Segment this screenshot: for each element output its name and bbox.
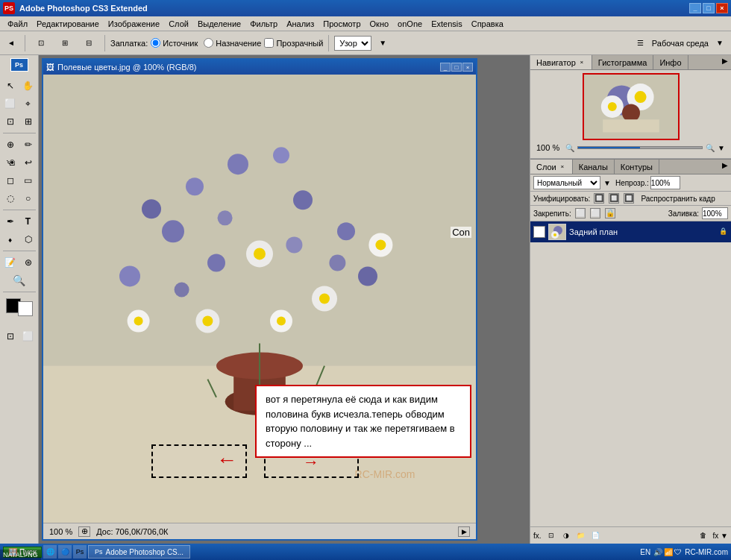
scroll-right-btn[interactable]: ▶ (458, 526, 470, 537)
blend-dropdown-arrow[interactable]: ▼ (603, 179, 611, 187)
photoshop-taskbar-item[interactable]: Ps Adobe Photoshop CS... (88, 545, 190, 559)
menu-filter[interactable]: Фильтр (245, 18, 282, 30)
workspace-icon[interactable]: ☰ (633, 35, 649, 51)
menu-onone[interactable]: onOne (393, 18, 427, 30)
doc-maximize-btn[interactable]: □ (451, 63, 462, 72)
tool-group-2: ⬜ ⌖ (2, 95, 37, 112)
eyedropper-tool[interactable]: ⊛ (20, 254, 37, 271)
fullscreen-btn[interactable]: ⬜ (20, 328, 37, 345)
zoom-tool[interactable]: 🔍 (11, 272, 28, 289)
zoom-in-btn[interactable]: 🔍 (706, 144, 715, 152)
unify-btn-3[interactable]: 🔲 (624, 193, 634, 204)
marquee-tool[interactable]: ⬜ (2, 95, 19, 112)
delete-layer-btn[interactable]: 🗑 (697, 529, 710, 542)
user-label: NATALI-NG (0, 550, 41, 560)
layer-visibility-btn[interactable]: 👁 (533, 226, 545, 238)
lock-btn-2[interactable]: ⬜ (590, 208, 600, 218)
speaker-icon[interactable]: 🔊 (653, 548, 662, 556)
menu-file[interactable]: Файл (3, 18, 32, 30)
healing-tool[interactable]: ⊕ (2, 136, 19, 153)
menu-help[interactable]: Справка (467, 18, 508, 30)
lock-btn-3[interactable]: 🔒 (605, 208, 615, 218)
menu-select[interactable]: Выделение (193, 18, 245, 30)
menu-window[interactable]: Окно (366, 18, 394, 30)
menu-analysis[interactable]: Анализ (282, 18, 319, 30)
add-layer-mask-btn[interactable]: ⊡ (545, 529, 558, 542)
type-tool[interactable]: T (20, 213, 37, 230)
path-tool[interactable]: ⬧ (2, 231, 19, 248)
menu-image[interactable]: Изображение (104, 18, 164, 30)
tool-options-btn[interactable]: ◄ (3, 35, 19, 51)
notes-tool[interactable]: 📝 (2, 254, 19, 271)
dodge-tool[interactable]: ○ (20, 190, 37, 207)
left-toolbar: Ps ↖ ✋ ⬜ ⌖ ⊡ ⊞ ⊕ ✏ 🖲 ↩ ◻ ▭ ◌ ○ (0, 55, 39, 544)
channels-tab[interactable]: Каналы (573, 160, 615, 174)
shape-tool[interactable]: ⬡ (20, 231, 37, 248)
menu-view[interactable]: Просмотр (319, 18, 365, 30)
move-tool[interactable]: ↖ (2, 78, 19, 94)
tool-group-7: ◌ ○ (2, 190, 37, 207)
background-layer-item[interactable]: 👁 Задний план 🔒 (530, 221, 731, 242)
pen-tool[interactable]: ✒ (2, 213, 19, 230)
brush-btn2[interactable]: ⊞ (54, 35, 75, 51)
new-layer-btn[interactable]: 📄 (589, 529, 603, 542)
menu-edit[interactable]: Редактирование (32, 18, 104, 30)
dest-radio[interactable]: Назначение (204, 38, 261, 48)
crop-tool[interactable]: ⊡ (2, 113, 19, 130)
nav-panel-arrow[interactable]: ▼ (718, 144, 725, 152)
brush-tool[interactable]: ✏ (20, 136, 37, 153)
unify-btn-1[interactable]: 🔲 (594, 193, 604, 204)
svg-point-8 (228, 154, 248, 174)
pattern-options-btn[interactable]: ▼ (374, 35, 391, 51)
history-tool[interactable]: ↩ (20, 154, 37, 171)
slice-tool[interactable]: ⊞ (20, 113, 37, 130)
navigator-tab[interactable]: Навигатор × (530, 55, 592, 69)
layers-tab[interactable]: Слои × (530, 160, 573, 174)
source-radio[interactable]: Источник (151, 38, 198, 48)
minimize-button[interactable]: _ (689, 3, 701, 13)
stamp-tool[interactable]: 🖲 (2, 154, 19, 171)
contours-tab[interactable]: Контуры (615, 160, 659, 174)
hand-tool[interactable]: ✋ (20, 78, 37, 94)
fill-input[interactable] (702, 207, 728, 219)
nav-panel-options[interactable]: ▶ (719, 55, 731, 69)
menu-layer[interactable]: Слой (164, 18, 193, 30)
doc-minimize-btn[interactable]: _ (440, 63, 451, 72)
menu-extensis[interactable]: Extensis (427, 18, 467, 30)
ps-taskbar-icon[interactable]: Ps (73, 545, 87, 559)
ie-icon[interactable]: 🌐 (43, 545, 57, 559)
brush-btn3[interactable]: ⊟ (78, 35, 99, 51)
unify-btn-2[interactable]: 🔲 (609, 193, 619, 204)
maximize-button[interactable]: □ (703, 3, 715, 13)
zoom-display: 100 % (49, 527, 72, 536)
nav-tab-close[interactable]: × (578, 59, 586, 66)
doc-close-btn[interactable]: × (462, 63, 473, 72)
zoom-slider[interactable] (577, 146, 703, 149)
network-icon[interactable]: 📶 (664, 548, 673, 556)
histogram-tab[interactable]: Гистограмма (592, 55, 654, 69)
gradient-tool[interactable]: ▭ (20, 172, 37, 189)
close-button[interactable]: × (716, 3, 728, 13)
background-swatch[interactable] (18, 301, 33, 316)
layers-panel-options[interactable]: ▶ (719, 160, 731, 174)
antivirus-icon[interactable]: 🛡 (674, 548, 682, 556)
workspace-arrow[interactable]: ▼ (712, 35, 728, 51)
info-tab[interactable]: Инфо (653, 55, 688, 69)
layers-tab-close[interactable]: × (559, 163, 566, 171)
pattern-dropdown[interactable]: Узор (334, 36, 371, 51)
lasso-tool[interactable]: ⌖ (20, 95, 37, 112)
transparent-check[interactable]: Прозрачный (264, 38, 323, 48)
eraser-tool[interactable]: ◻ (2, 172, 19, 189)
brush-btn[interactable]: ⊡ (31, 35, 51, 51)
browser-icon[interactable]: 🔵 (58, 545, 72, 559)
screen-mode-btn[interactable]: ⊡ (2, 328, 19, 345)
lock-btn-1[interactable]: ⬜ (575, 208, 586, 218)
taskbar-quick-launch: 🌐 🔵 Ps (43, 545, 87, 559)
blur-tool[interactable]: ◌ (2, 190, 19, 207)
opacity-input[interactable] (650, 176, 680, 189)
blend-mode-dropdown[interactable]: Нормальный (533, 176, 600, 189)
zoom-out-btn[interactable]: 🔍 (565, 144, 574, 152)
zoom-options-btn[interactable]: ⊕ (78, 526, 90, 537)
new-adjustment-btn[interactable]: ◑ (559, 529, 573, 542)
new-group-btn[interactable]: 📁 (574, 529, 588, 542)
